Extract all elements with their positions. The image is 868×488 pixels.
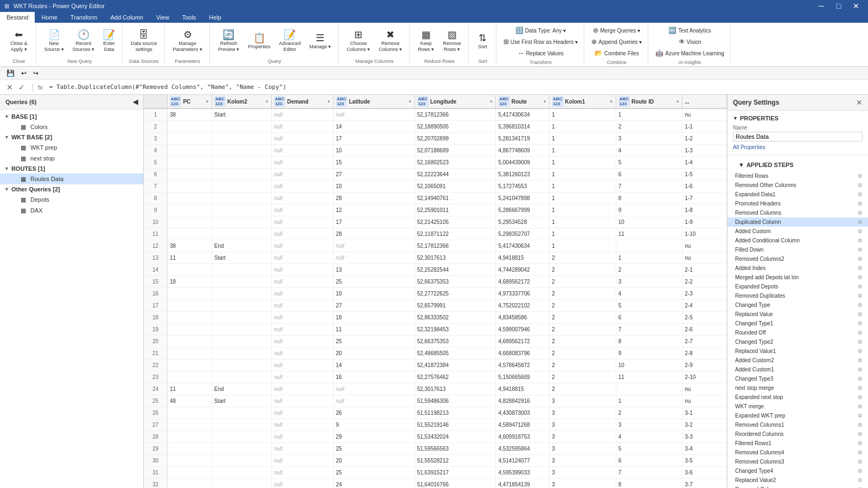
query-item-depots[interactable]: ▦ Depots — [0, 194, 143, 205]
step-gear-icon[interactable]: ⚙ — [858, 191, 863, 197]
col-header-kolom1[interactable]: ABC123 Kolom1 ▼ — [550, 95, 616, 108]
step-gear-icon[interactable]: ⚙ — [858, 357, 863, 363]
tab-tools[interactable]: Tools — [176, 12, 203, 23]
tab-view[interactable]: View — [150, 12, 176, 23]
step-item[interactable]: Replaced Value2 ⚙ — [727, 476, 868, 485]
queries-panel-collapse[interactable]: ◀ — [133, 98, 138, 106]
step-item[interactable]: Replaced Value1 ⚙ — [727, 346, 868, 356]
remove-rows-button[interactable]: ▧ RemoveRows ▾ — [439, 27, 465, 55]
step-gear-icon[interactable]: ⚙ — [858, 413, 863, 419]
query-group-header-wktbase[interactable]: ▼ WKT BASE [2] — [0, 132, 143, 142]
step-item[interactable]: Filtered Rows ⚙ — [727, 171, 868, 181]
formula-input[interactable] — [49, 84, 864, 91]
step-item[interactable]: Rounded Off ⚙ — [727, 328, 868, 337]
step-item[interactable]: Merged add Depots lat lon ⚙ — [727, 273, 868, 282]
minimize-button[interactable]: ─ — [814, 0, 829, 12]
step-gear-icon[interactable]: ⚙ — [858, 256, 863, 262]
query-item-dax[interactable]: ▦ DAX — [0, 205, 143, 216]
step-item[interactable]: Expanded Data1 ⚙ — [727, 190, 868, 199]
step-item[interactable]: Replaced Value ⚙ — [727, 310, 868, 319]
all-properties-link[interactable]: All Properties — [733, 144, 765, 150]
use-first-row-button[interactable]: ⊞ Use First Row as Headers ▾ — [501, 36, 580, 47]
step-item[interactable]: Expanded Depots ⚙ — [727, 282, 868, 291]
datatype-button[interactable]: 🔢 Data Type: Any ▾ — [513, 25, 569, 36]
tab-transform[interactable]: Transform — [64, 12, 104, 23]
step-item[interactable]: Changed Type2 ⚙ — [727, 337, 868, 346]
query-item-colors[interactable]: ▦ Colors — [0, 121, 143, 132]
step-gear-icon[interactable]: ⚙ — [858, 320, 863, 326]
properties-button[interactable]: 📋 Properties — [244, 30, 274, 53]
step-item[interactable]: Removed Columns4 ⚙ — [727, 448, 868, 457]
remove-columns-button[interactable]: ✖ RemoveColumns ▾ — [375, 27, 406, 55]
step-gear-icon[interactable]: ⚙ — [858, 348, 863, 354]
col-header-routeid[interactable]: ABC123 Route ID ▼ — [616, 95, 682, 108]
step-gear-icon[interactable]: ⚙ — [858, 219, 863, 225]
manage-parameters-button[interactable]: ⚙ ManageParameters ▾ — [169, 27, 206, 55]
maximize-button[interactable]: □ — [831, 0, 846, 12]
step-item[interactable]: Changed Type4 ⚙ — [727, 466, 868, 476]
query-group-header-other[interactable]: ▼ Other Queries [2] — [0, 184, 143, 194]
refresh-preview-button[interactable]: 🔄 RefreshPreview ▾ — [214, 27, 244, 55]
step-item[interactable]: Added Index ⚙ — [727, 264, 868, 273]
col-header-longitude[interactable]: ABC123 Longitude ▼ — [414, 95, 496, 108]
step-gear-icon[interactable]: ⚙ — [858, 274, 863, 280]
step-item[interactable]: Duplicated Column ⚙ — [727, 217, 868, 227]
advanced-editor-button[interactable]: 📝 AdvancedEditor — [275, 27, 304, 55]
step-gear-icon[interactable]: ⚙ — [858, 311, 863, 317]
keep-rows-button[interactable]: ▦ KeepRows ▾ — [414, 27, 438, 55]
settings-name-input[interactable] — [733, 132, 863, 142]
step-gear-icon[interactable]: ⚙ — [858, 477, 863, 483]
formula-reject-button[interactable]: ✕ — [4, 82, 15, 92]
azure-ml-button[interactable]: 🤖 Azure Machine Learning — [653, 48, 726, 59]
combine-files-button[interactable]: 📂 Combine Files — [592, 48, 642, 59]
step-gear-icon[interactable]: ⚙ — [858, 237, 863, 243]
query-item-routesdata[interactable]: ▦ Routes Data — [0, 174, 143, 184]
step-gear-icon[interactable]: ⚙ — [858, 302, 863, 308]
vision-button[interactable]: 👁 Vision — [676, 36, 704, 47]
qat-undo-button[interactable]: ↩ — [19, 68, 29, 78]
step-gear-icon[interactable]: ⚙ — [858, 468, 863, 474]
step-item[interactable]: Added Conditional Column ⚙ — [727, 236, 868, 245]
tab-bestand[interactable]: Bestand — [0, 12, 35, 23]
step-item[interactable]: Reordered Columns ⚙ — [727, 429, 868, 439]
step-gear-icon[interactable]: ⚙ — [858, 330, 863, 336]
tab-addcolumn[interactable]: Add Column — [104, 12, 150, 23]
query-group-header-routes[interactable]: ▼ ROUTES [1] — [0, 164, 143, 174]
step-item[interactable]: Changed Type ⚙ — [727, 300, 868, 310]
query-item-wktprep[interactable]: ▦ WKT prep — [0, 142, 143, 153]
step-gear-icon[interactable]: ⚙ — [858, 265, 863, 271]
query-item-nextstop[interactable]: ▦ next stop — [0, 153, 143, 164]
new-source-button[interactable]: 📄 NewSource ▾ — [41, 27, 68, 55]
step-gear-icon[interactable]: ⚙ — [858, 228, 863, 234]
qat-redo-button[interactable]: ↪ — [31, 68, 41, 78]
step-gear-icon[interactable]: ⚙ — [858, 440, 863, 446]
step-gear-icon[interactable]: ⚙ — [858, 284, 863, 290]
step-gear-icon[interactable]: ⚙ — [858, 450, 863, 455]
step-item[interactable]: Renamed Columns ⚙ — [727, 485, 868, 488]
settings-close-button[interactable]: ✕ — [856, 98, 863, 107]
datasource-settings-button[interactable]: 🗄 Data sourcesettings — [127, 27, 161, 55]
step-item[interactable]: Added Custom2 ⚙ — [727, 356, 868, 365]
step-item[interactable]: Filtered Rows1 ⚙ — [727, 439, 868, 448]
step-gear-icon[interactable]: ⚙ — [858, 403, 863, 409]
step-item[interactable]: Expanded WKT prep ⚙ — [727, 411, 868, 420]
recent-sources-button[interactable]: 🕐 RecentSources ▾ — [69, 27, 99, 55]
step-item[interactable]: Added Custom ⚙ — [727, 227, 868, 236]
step-item[interactable]: next stop merge ⚙ — [727, 383, 868, 393]
step-gear-icon[interactable]: ⚙ — [858, 459, 863, 465]
step-item[interactable]: Removed Columns3 ⚙ — [727, 457, 868, 466]
tab-home[interactable]: Home — [35, 12, 63, 23]
text-analytics-button[interactable]: 🔤 Text Analytics — [666, 25, 714, 36]
step-item[interactable]: Expanded next stop ⚙ — [727, 393, 868, 402]
step-item[interactable]: Removed Columns1 ⚙ — [727, 420, 868, 429]
step-gear-icon[interactable]: ⚙ — [858, 385, 863, 391]
step-gear-icon[interactable]: ⚙ — [858, 376, 863, 382]
sort-button[interactable]: ⇅ Sort — [473, 30, 493, 53]
step-item[interactable]: Changed Type3 ⚙ — [727, 374, 868, 383]
qat-save-button[interactable]: 💾 — [4, 68, 17, 78]
data-grid-scroll[interactable]: ABC123 PC ▼ ABC123 Kolom2 ▼ — [144, 95, 727, 488]
step-item[interactable]: Changed Type1 ⚙ — [727, 319, 868, 328]
step-item[interactable]: Removed Columns2 ⚙ — [727, 254, 868, 264]
replace-values-button[interactable]: ↔ Replace Values — [515, 48, 566, 59]
step-gear-icon[interactable]: ⚙ — [858, 201, 863, 207]
